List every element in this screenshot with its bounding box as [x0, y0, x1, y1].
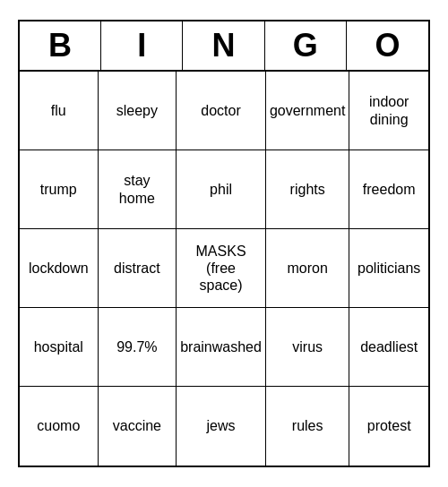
cell-text: deadliest — [360, 338, 418, 355]
bingo-cell[interactable]: government — [266, 72, 350, 150]
bingo-cell[interactable]: indoordining — [349, 72, 428, 150]
bingo-cell[interactable]: brainwashed — [177, 308, 266, 387]
cell-text: protest — [367, 417, 411, 434]
bingo-cell[interactable]: cuomo — [20, 387, 99, 466]
bingo-cell[interactable]: protest — [349, 387, 428, 466]
cell-text: stayhome — [119, 172, 155, 206]
bingo-cell[interactable]: vaccine — [99, 387, 177, 466]
bingo-cell[interactable]: politicians — [349, 229, 428, 308]
cell-text: hospital — [34, 338, 83, 355]
bingo-cell[interactable]: sleepy — [99, 72, 177, 150]
cell-text: lockdown — [29, 260, 89, 277]
bingo-cell[interactable]: phil — [177, 150, 266, 229]
bingo-cell[interactable]: MASKS(freespace) — [177, 229, 266, 308]
bingo-cell[interactable]: stayhome — [99, 150, 177, 229]
cell-text: government — [270, 102, 346, 119]
bingo-cell[interactable]: flu — [20, 72, 99, 150]
cell-text: doctor — [201, 102, 240, 119]
bingo-grid: flusleepydoctorgovernmentindoordiningtru… — [20, 72, 428, 466]
bingo-cell[interactable]: lockdown — [20, 229, 99, 308]
bingo-card: BINGO flusleepydoctorgovernmentindoordin… — [18, 20, 430, 467]
cell-text: jews — [207, 417, 236, 434]
cell-text: rules — [292, 417, 323, 434]
cell-text: phil — [210, 181, 232, 198]
cell-text: trump — [40, 181, 77, 198]
bingo-header: BINGO — [20, 21, 428, 72]
bingo-cell[interactable]: freedom — [349, 150, 428, 229]
cell-text: vaccine — [113, 417, 161, 434]
cell-text: indoordining — [369, 93, 409, 127]
cell-text: rights — [290, 181, 325, 198]
bingo-cell[interactable]: jews — [177, 387, 266, 466]
header-letter: N — [183, 21, 264, 70]
bingo-cell[interactable]: deadliest — [349, 308, 428, 387]
cell-text: 99.7% — [116, 338, 157, 355]
bingo-cell[interactable]: distract — [99, 229, 177, 308]
bingo-cell[interactable]: rights — [266, 150, 350, 229]
cell-text: virus — [292, 338, 323, 355]
cell-text: flu — [51, 102, 66, 119]
cell-text: MASKS(freespace) — [196, 243, 246, 295]
header-letter: I — [101, 21, 183, 70]
bingo-cell[interactable]: trump — [20, 150, 99, 229]
cell-text: sleepy — [116, 102, 158, 119]
bingo-cell[interactable]: 99.7% — [99, 308, 177, 387]
bingo-cell[interactable]: rules — [266, 387, 350, 466]
bingo-cell[interactable]: moron — [266, 229, 350, 308]
header-letter: G — [265, 21, 347, 70]
cell-text: moron — [287, 260, 327, 277]
cell-text: cuomo — [37, 417, 80, 434]
header-letter: B — [20, 21, 101, 70]
cell-text: distract — [114, 260, 160, 277]
cell-text: freedom — [363, 181, 416, 198]
bingo-cell[interactable]: virus — [266, 308, 350, 387]
bingo-cell[interactable]: doctor — [177, 72, 266, 150]
cell-text: politicians — [358, 260, 420, 277]
bingo-cell[interactable]: hospital — [20, 308, 99, 387]
header-letter: O — [347, 21, 428, 70]
cell-text: brainwashed — [180, 338, 262, 355]
